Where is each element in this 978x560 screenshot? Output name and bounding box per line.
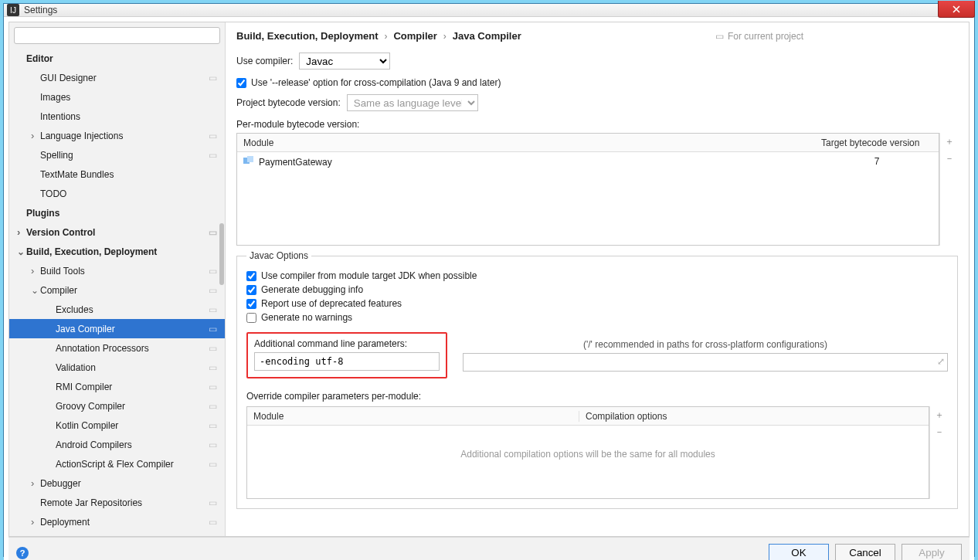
override-per-module-table: Module Compilation options Additional co… xyxy=(246,406,929,499)
use-module-jdk-checkbox[interactable] xyxy=(246,271,256,281)
tree-label: Build, Execution, Deployment xyxy=(26,246,157,257)
tree-language-injections[interactable]: Language Injections▭ xyxy=(9,126,225,145)
app-icon: IJ xyxy=(7,4,19,16)
project-bytecode-select[interactable]: Same as language level xyxy=(347,94,478,111)
project-badge-icon: ▭ xyxy=(209,150,217,161)
titlebar: IJ Settings xyxy=(4,4,974,17)
tree-label: Intentions xyxy=(40,111,80,122)
settings-search-input[interactable] xyxy=(14,27,220,44)
expand-icon[interactable]: ⤢ xyxy=(937,356,945,367)
settings-sidebar: Editor GUI Designer▭ Images Intentions L… xyxy=(9,22,226,536)
settings-content: Build, Execution, Deployment › Compiler … xyxy=(226,22,969,536)
project-badge-icon: ▭ xyxy=(209,227,217,238)
chevron-down-icon xyxy=(17,246,26,257)
add-module-button[interactable]: ＋ xyxy=(941,133,958,150)
plus-icon: ＋ xyxy=(935,409,944,422)
window-title: Settings xyxy=(24,5,57,15)
tree-label: ActionScript & Flex Compiler xyxy=(56,459,174,470)
project-badge-icon: ▭ xyxy=(209,73,217,83)
tree-label: Version Control xyxy=(26,227,95,238)
column-compile-options[interactable]: Compilation options xyxy=(579,411,929,422)
ok-button[interactable]: OK xyxy=(769,544,829,561)
project-badge-icon: ▭ xyxy=(209,324,217,334)
minus-icon: － xyxy=(945,152,954,165)
tree-label: Debugger xyxy=(40,478,81,489)
chevron-right-icon xyxy=(17,226,26,238)
tree-todo[interactable]: TODO xyxy=(9,184,225,203)
additional-params-extended-input[interactable] xyxy=(463,353,948,372)
tree-deployment[interactable]: Deployment▭ xyxy=(9,512,225,531)
breadcrumb-item: Java Compiler xyxy=(453,30,521,42)
tree-annotation-processors[interactable]: Annotation Processors▭ xyxy=(9,338,225,358)
tree-label: GUI Designer xyxy=(40,73,97,83)
tree-label: Validation xyxy=(56,362,96,373)
tree-plugins[interactable]: Plugins xyxy=(9,203,225,222)
javac-options-legend: Javac Options xyxy=(246,250,311,261)
help-button[interactable]: ? xyxy=(16,547,29,559)
table-row[interactable]: PaymentGateway 7 xyxy=(237,152,939,171)
use-compiler-select[interactable]: Javac xyxy=(299,53,390,70)
report-deprecated-checkbox[interactable] xyxy=(246,299,256,309)
breadcrumb-item[interactable]: Build, Execution, Deployment xyxy=(236,30,378,42)
tree-gui-designer[interactable]: GUI Designer▭ xyxy=(9,68,225,87)
project-badge-icon: ▭ xyxy=(209,343,217,354)
column-module[interactable]: Module xyxy=(247,411,579,422)
project-badge-icon: ▭ xyxy=(715,31,724,42)
column-module[interactable]: Module xyxy=(237,137,815,148)
tree-compiler[interactable]: Compiler▭ xyxy=(9,280,225,300)
tree-images[interactable]: Images xyxy=(9,87,225,107)
project-badge-icon: ▭ xyxy=(209,362,217,373)
tree-label: Java Compiler xyxy=(56,324,115,334)
column-target[interactable]: Target bytecode version xyxy=(815,137,939,148)
tree-label: Annotation Processors xyxy=(56,343,149,354)
tree-label: Plugins xyxy=(26,208,59,219)
apply-button[interactable]: Apply xyxy=(902,544,962,561)
additional-params-input[interactable] xyxy=(254,352,440,371)
tree-intentions[interactable]: Intentions xyxy=(9,107,225,126)
path-hint: ('/' recommended in paths for cross-plat… xyxy=(463,339,948,350)
project-badge-icon: ▭ xyxy=(209,440,217,450)
chevron-down-icon xyxy=(31,285,40,296)
project-badge-icon: ▭ xyxy=(209,131,217,141)
tree-label: Language Injections xyxy=(40,131,123,141)
tree-label: Images xyxy=(40,92,70,103)
release-option-checkbox[interactable] xyxy=(236,78,246,88)
tree-build-tools[interactable]: Build Tools▭ xyxy=(9,261,225,280)
tree-build-execution-deployment[interactable]: Build, Execution, Deployment xyxy=(9,242,225,261)
project-badge-icon: ▭ xyxy=(209,497,217,508)
tree-editor[interactable]: Editor xyxy=(9,49,225,68)
no-warnings-checkbox[interactable] xyxy=(246,313,256,323)
tree-textmate[interactable]: TextMate Bundles xyxy=(9,165,225,184)
javac-options-group: Javac Options Use compiler from module t… xyxy=(236,250,958,509)
add-override-button[interactable]: ＋ xyxy=(931,406,948,423)
tree-actionscript-flex[interactable]: ActionScript & Flex Compiler▭ xyxy=(9,454,225,473)
tree-spelling[interactable]: Spelling▭ xyxy=(9,145,225,165)
tree-android-compilers[interactable]: Android Compilers▭ xyxy=(9,435,225,454)
window-close-button[interactable] xyxy=(938,1,975,18)
breadcrumb-item[interactable]: Compiler xyxy=(393,30,436,42)
tree-validation[interactable]: Validation▭ xyxy=(9,358,225,377)
tree-kotlin-compiler[interactable]: Kotlin Compiler▭ xyxy=(9,416,225,435)
project-bytecode-label: Project bytecode version: xyxy=(236,97,341,108)
module-target[interactable]: 7 xyxy=(815,156,939,167)
tree-remote-jar[interactable]: Remote Jar Repositories▭ xyxy=(9,493,225,512)
tree-version-control[interactable]: Version Control▭ xyxy=(9,222,225,242)
tree-groovy-compiler[interactable]: Groovy Compiler▭ xyxy=(9,396,225,416)
checkbox-label: Report use of deprecated features xyxy=(261,298,402,309)
tree-java-compiler[interactable]: Java Compiler▭ xyxy=(9,319,225,338)
project-badge-icon: ▭ xyxy=(209,459,217,470)
generate-debug-checkbox[interactable] xyxy=(246,285,256,295)
remove-module-button[interactable]: － xyxy=(941,150,958,167)
remove-override-button[interactable]: － xyxy=(931,423,948,440)
settings-tree[interactable]: Editor GUI Designer▭ Images Intentions L… xyxy=(9,49,225,536)
tree-excludes[interactable]: Excludes▭ xyxy=(9,300,225,319)
tree-label: Editor xyxy=(26,53,53,64)
tree-debugger[interactable]: Debugger xyxy=(9,473,225,493)
tree-rmi-compiler[interactable]: RMI Compiler▭ xyxy=(9,377,225,396)
tree-label: Groovy Compiler xyxy=(56,401,125,412)
project-badge-icon: ▭ xyxy=(209,420,217,431)
sidebar-scrollbar[interactable] xyxy=(219,223,224,285)
tree-label: Remote Jar Repositories xyxy=(40,497,142,508)
chevron-right-icon xyxy=(31,477,40,489)
cancel-button[interactable]: Cancel xyxy=(835,544,895,561)
